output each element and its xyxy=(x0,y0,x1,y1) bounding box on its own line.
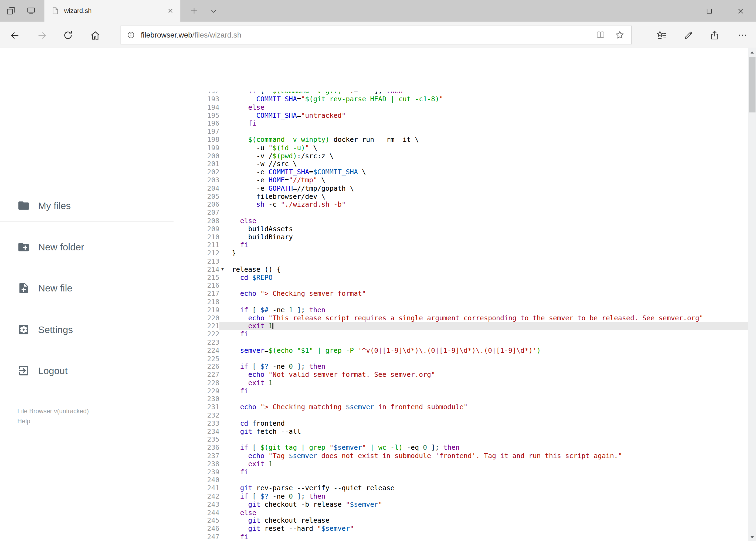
back-button[interactable] xyxy=(5,26,24,44)
code-line-233[interactable]: 233 cd frontend xyxy=(173,419,748,427)
address-bar[interactable]: filebrowser.web/files/wizard.sh xyxy=(121,26,632,45)
code-line-236[interactable]: 236 if [ $(git tag | grep "$semver" | wc… xyxy=(173,444,748,452)
code-text: sh -c "./wizard.sh -b" xyxy=(219,201,748,209)
code-text: if [ $? -ne 0 ]; then xyxy=(219,362,748,370)
code-line-241[interactable]: 241 git rev-parse --verify --quiet relea… xyxy=(173,484,748,492)
browser-tab[interactable]: wizard.sh xyxy=(44,0,180,22)
code-text: echo "Tag $semver does not exist in subm… xyxy=(219,452,748,460)
sidebar-item-new-folder[interactable]: New folder xyxy=(0,232,173,263)
code-line-202[interactable]: 202 -e COMMIT_SHA=$COMMIT_SHA \ xyxy=(173,168,748,176)
line-number: 244 xyxy=(173,509,219,517)
share-page-button[interactable] xyxy=(705,26,724,44)
code-line-245[interactable]: 245 git checkout release xyxy=(173,517,748,525)
code-line-237[interactable]: 237 echo "Tag $semver does not exist in … xyxy=(173,452,748,460)
sidebar-item-new-file[interactable]: New file xyxy=(0,273,173,303)
code-line-200[interactable]: 200 -v /$(pwd):/src:z \ xyxy=(173,152,748,160)
code-line-193[interactable]: 193 COMMIT_SHA="$(git rev-parse HEAD | c… xyxy=(173,95,748,103)
new-tab-button[interactable] xyxy=(184,0,203,22)
more-options-button[interactable] xyxy=(733,26,752,44)
code-line-192[interactable]: 192 if [ "$(command -v git)" != "" ]; th… xyxy=(173,92,748,95)
code-line-199[interactable]: 199 -u "$(id -u)" \ xyxy=(173,144,748,152)
code-line-232[interactable]: 232 xyxy=(173,411,748,419)
code-line-206[interactable]: 206 sh -c "./wizard.sh -b" xyxy=(173,201,748,209)
code-line-214[interactable]: 214▾release () { xyxy=(173,265,748,273)
code-line-197[interactable]: 197 xyxy=(173,128,748,136)
code-line-210[interactable]: 210 buildBinary xyxy=(173,233,748,241)
fold-marker-icon[interactable]: ▾ xyxy=(221,265,224,273)
tab-close-button[interactable] xyxy=(164,5,176,17)
scroll-up-button[interactable] xyxy=(748,48,756,56)
code-line-216[interactable]: 216 xyxy=(173,281,748,289)
code-line-205[interactable]: 205 filebrowser/dev \ xyxy=(173,192,748,201)
code-editor[interactable]: 192 if [ "$(command -v git)" != "" ]; th… xyxy=(173,92,748,541)
page-scrollbar[interactable] xyxy=(748,48,756,541)
home-button[interactable] xyxy=(86,26,104,44)
code-line-240[interactable]: 240 xyxy=(173,476,748,484)
refresh-button[interactable] xyxy=(59,26,77,44)
code-line-213[interactable]: 213 xyxy=(173,257,748,265)
code-line-209[interactable]: 209 buildAssets xyxy=(173,225,748,233)
code-text: $(command -v winpty) docker run --rm -it… xyxy=(219,136,748,144)
code-line-215[interactable]: 215 cd $REPO xyxy=(173,273,748,281)
reading-view-button[interactable] xyxy=(591,27,610,43)
code-line-212[interactable]: 212} xyxy=(173,249,748,257)
code-line-235[interactable]: 235 xyxy=(173,436,748,444)
window-close-button[interactable] xyxy=(725,0,756,22)
forward-button[interactable] xyxy=(33,26,51,44)
url-path: /files/wizard.sh xyxy=(192,31,241,39)
code-line-204[interactable]: 204 -e GOPATH=//tmp/gopath \ xyxy=(173,184,748,192)
scrollbar-thumb[interactable] xyxy=(748,57,755,112)
sidebar-item-settings[interactable]: Settings xyxy=(0,314,173,345)
tab-list-dropdown-button[interactable] xyxy=(204,0,223,22)
code-line-239[interactable]: 239 fi xyxy=(173,468,748,476)
help-link[interactable]: Help xyxy=(17,417,30,425)
code-line-244[interactable]: 244 else xyxy=(173,509,748,517)
code-line-194[interactable]: 194 else xyxy=(173,103,748,111)
hub-icon xyxy=(656,30,667,41)
set-tabs-aside-button[interactable] xyxy=(1,0,20,22)
code-line-221[interactable]: 221 exit 1 xyxy=(173,322,748,330)
line-number: 242 xyxy=(173,492,219,500)
annotate-button[interactable] xyxy=(679,26,697,44)
code-line-243[interactable]: 243 git checkout -b release "$semver" xyxy=(173,500,748,509)
code-line-229[interactable]: 229 fi xyxy=(173,387,748,395)
favorite-star-button[interactable] xyxy=(610,27,629,43)
sidebar-item-my-files[interactable]: My files xyxy=(0,190,173,221)
tab-preview-button[interactable] xyxy=(21,0,41,22)
code-line-211[interactable]: 211 fi xyxy=(173,241,748,249)
code-line-225[interactable]: 225 xyxy=(173,354,748,362)
code-line-228[interactable]: 228 exit 1 xyxy=(173,379,748,387)
code-line-224[interactable]: 224 semver=$(echo "$1" | grep -P '^v(0|[… xyxy=(173,346,748,354)
code-line-196[interactable]: 196 fi xyxy=(173,119,748,128)
code-line-247[interactable]: 247 fi xyxy=(173,533,748,541)
code-line-195[interactable]: 195 COMMIT_SHA="untracked" xyxy=(173,111,748,119)
window-minimize-button[interactable] xyxy=(662,0,693,22)
code-line-226[interactable]: 226 if [ $? -ne 0 ]; then xyxy=(173,362,748,370)
code-line-201[interactable]: 201 -w //src \ xyxy=(173,160,748,168)
window-maximize-button[interactable] xyxy=(693,0,725,22)
code-line-203[interactable]: 203 -e HOME="//tmp" \ xyxy=(173,176,748,184)
code-line-220[interactable]: 220 echo "This release script requires a… xyxy=(173,314,748,322)
code-line-217[interactable]: 217 echo "> Checking semver format" xyxy=(173,289,748,297)
code-line-198[interactable]: 198 $(command -v winpty) docker run --rm… xyxy=(173,136,748,144)
code-line-222[interactable]: 222 fi xyxy=(173,330,748,338)
browser-window: wizard.sh xyxy=(0,0,756,541)
code-line-234[interactable]: 234 git fetch --all xyxy=(173,427,748,436)
favorites-hub-button[interactable] xyxy=(652,26,671,44)
scroll-down-button[interactable] xyxy=(748,533,756,541)
code-line-218[interactable]: 218 xyxy=(173,297,748,306)
code-line-219[interactable]: 219 if [ $# -ne 1 ]; then xyxy=(173,306,748,314)
code-line-207[interactable]: 207 xyxy=(173,209,748,217)
site-info-icon[interactable] xyxy=(127,31,135,39)
code-line-223[interactable]: 223 xyxy=(173,338,748,346)
code-line-246[interactable]: 246 git reset --hard "$semver" xyxy=(173,525,748,533)
code-line-231[interactable]: 231 echo "> Checking matching $semver in… xyxy=(173,403,748,411)
code-line-238[interactable]: 238 exit 1 xyxy=(173,460,748,468)
code-line-227[interactable]: 227 echo "Not valid semver format. See s… xyxy=(173,370,748,379)
sidebar-item-logout[interactable]: Logout xyxy=(0,355,173,386)
code-line-242[interactable]: 242 if [ $? -ne 0 ]; then xyxy=(173,492,748,500)
code-line-208[interactable]: 208 else xyxy=(173,217,748,225)
back-icon xyxy=(9,30,20,41)
line-number: 206 xyxy=(173,201,219,209)
code-line-230[interactable]: 230 xyxy=(173,395,748,403)
